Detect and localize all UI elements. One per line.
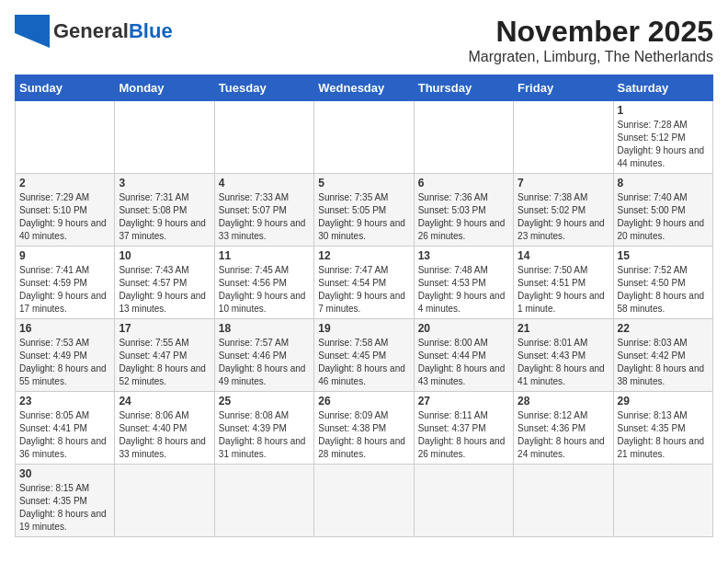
day-number: 4 — [219, 177, 310, 190]
calendar-cell — [514, 465, 613, 537]
day-info: Sunrise: 8:01 AM Sunset: 4:43 PM Dayligh… — [518, 337, 609, 388]
day-number: 29 — [618, 395, 709, 408]
day-info: Sunrise: 7:45 AM Sunset: 4:56 PM Dayligh… — [219, 264, 310, 316]
day-number: 17 — [119, 322, 210, 335]
day-info: Sunrise: 7:31 AM Sunset: 5:08 PM Dayligh… — [119, 191, 210, 243]
day-info: Sunrise: 8:12 AM Sunset: 4:36 PM Dayligh… — [518, 409, 609, 461]
day-info: Sunrise: 7:57 AM Sunset: 4:46 PM Dayligh… — [219, 337, 310, 388]
day-info: Sunrise: 7:38 AM Sunset: 5:02 PM Dayligh… — [518, 191, 609, 243]
calendar-cell — [514, 101, 613, 174]
day-info: Sunrise: 8:15 AM Sunset: 4:35 PM Dayligh… — [19, 482, 110, 534]
calendar-cell: 17Sunrise: 7:55 AM Sunset: 4:47 PM Dayli… — [115, 319, 214, 392]
calendar-cell: 21Sunrise: 8:01 AM Sunset: 4:43 PM Dayli… — [514, 319, 613, 392]
logo-text: GeneralBlue — [53, 19, 173, 42]
calendar-cell — [314, 465, 414, 537]
calendar-cell: 19Sunrise: 7:58 AM Sunset: 4:45 PM Dayli… — [314, 319, 414, 392]
logo: GeneralBlue — [15, 15, 173, 48]
day-number: 8 — [618, 177, 709, 190]
weekday-header-row: SundayMondayTuesdayWednesdayThursdayFrid… — [16, 75, 713, 101]
day-number: 26 — [318, 395, 409, 408]
day-number: 27 — [418, 395, 509, 408]
day-info: Sunrise: 7:35 AM Sunset: 5:05 PM Dayligh… — [318, 191, 409, 243]
day-number: 30 — [19, 467, 110, 480]
calendar-cell: 30Sunrise: 8:15 AM Sunset: 4:35 PM Dayli… — [16, 465, 115, 537]
calendar-cell: 16Sunrise: 7:53 AM Sunset: 4:49 PM Dayli… — [16, 319, 115, 392]
calendar-cell: 14Sunrise: 7:50 AM Sunset: 4:51 PM Dayli… — [514, 247, 613, 319]
day-info: Sunrise: 7:55 AM Sunset: 4:47 PM Dayligh… — [119, 337, 210, 388]
calendar-cell — [214, 465, 313, 537]
day-number: 14 — [518, 249, 609, 262]
day-number: 1 — [618, 104, 709, 117]
day-number: 11 — [219, 249, 310, 262]
calendar-cell: 25Sunrise: 8:08 AM Sunset: 4:39 PM Dayli… — [214, 392, 313, 465]
calendar-cell — [613, 465, 712, 537]
day-number: 20 — [418, 322, 509, 335]
calendar-cell: 20Sunrise: 8:00 AM Sunset: 4:44 PM Dayli… — [414, 319, 513, 392]
calendar-cell — [414, 101, 513, 174]
day-info: Sunrise: 7:28 AM Sunset: 5:12 PM Dayligh… — [618, 119, 709, 170]
day-number: 21 — [518, 322, 609, 335]
day-number: 13 — [418, 249, 509, 262]
calendar-cell — [414, 465, 513, 537]
day-number: 3 — [119, 177, 210, 190]
calendar-subtitle: Margraten, Limburg, The Netherlands — [468, 49, 713, 65]
day-info: Sunrise: 7:43 AM Sunset: 4:57 PM Dayligh… — [119, 264, 210, 316]
day-number: 28 — [518, 395, 609, 408]
calendar-cell — [115, 101, 214, 174]
page-header: GeneralBlue November 2025 Margraten, Lim… — [15, 15, 713, 65]
day-number: 23 — [19, 395, 110, 408]
calendar-week-row: 1Sunrise: 7:28 AM Sunset: 5:12 PM Daylig… — [16, 101, 713, 174]
calendar-cell: 10Sunrise: 7:43 AM Sunset: 4:57 PM Dayli… — [115, 247, 214, 319]
calendar-week-row: 2Sunrise: 7:29 AM Sunset: 5:10 PM Daylig… — [16, 174, 713, 247]
svg-rect-0 — [15, 15, 50, 33]
calendar-title: November 2025 — [468, 15, 713, 49]
calendar-cell: 15Sunrise: 7:52 AM Sunset: 4:50 PM Dayli… — [613, 247, 712, 319]
calendar-cell: 13Sunrise: 7:48 AM Sunset: 4:53 PM Dayli… — [414, 247, 513, 319]
day-info: Sunrise: 7:47 AM Sunset: 4:54 PM Dayligh… — [318, 264, 409, 316]
weekday-header-friday: Friday — [514, 75, 613, 101]
weekday-header-saturday: Saturday — [613, 75, 712, 101]
day-info: Sunrise: 8:03 AM Sunset: 4:42 PM Dayligh… — [618, 337, 709, 388]
title-area: November 2025 Margraten, Limburg, The Ne… — [468, 15, 713, 65]
calendar-cell: 2Sunrise: 7:29 AM Sunset: 5:10 PM Daylig… — [16, 174, 115, 247]
calendar-cell: 24Sunrise: 8:06 AM Sunset: 4:40 PM Dayli… — [115, 392, 214, 465]
weekday-header-sunday: Sunday — [16, 75, 115, 101]
calendar-week-row: 30Sunrise: 8:15 AM Sunset: 4:35 PM Dayli… — [16, 465, 713, 537]
day-info: Sunrise: 7:50 AM Sunset: 4:51 PM Dayligh… — [518, 264, 609, 316]
calendar-cell: 7Sunrise: 7:38 AM Sunset: 5:02 PM Daylig… — [514, 174, 613, 247]
day-number: 5 — [318, 177, 409, 190]
calendar-cell: 9Sunrise: 7:41 AM Sunset: 4:59 PM Daylig… — [16, 247, 115, 319]
weekday-header-tuesday: Tuesday — [214, 75, 313, 101]
calendar-week-row: 23Sunrise: 8:05 AM Sunset: 4:41 PM Dayli… — [16, 392, 713, 465]
day-info: Sunrise: 8:13 AM Sunset: 4:35 PM Dayligh… — [618, 409, 709, 461]
calendar-cell: 27Sunrise: 8:11 AM Sunset: 4:37 PM Dayli… — [414, 392, 513, 465]
day-number: 25 — [219, 395, 310, 408]
calendar-cell: 6Sunrise: 7:36 AM Sunset: 5:03 PM Daylig… — [414, 174, 513, 247]
day-number: 9 — [19, 249, 110, 262]
day-info: Sunrise: 7:53 AM Sunset: 4:49 PM Dayligh… — [19, 337, 110, 388]
day-number: 19 — [318, 322, 409, 335]
weekday-header-monday: Monday — [115, 75, 214, 101]
calendar-table: SundayMondayTuesdayWednesdayThursdayFrid… — [15, 75, 713, 537]
day-info: Sunrise: 8:00 AM Sunset: 4:44 PM Dayligh… — [418, 337, 509, 388]
day-number: 15 — [618, 249, 709, 262]
day-number: 24 — [119, 395, 210, 408]
day-number: 22 — [618, 322, 709, 335]
calendar-cell: 11Sunrise: 7:45 AM Sunset: 4:56 PM Dayli… — [214, 247, 313, 319]
day-info: Sunrise: 8:11 AM Sunset: 4:37 PM Dayligh… — [418, 409, 509, 461]
day-number: 7 — [518, 177, 609, 190]
day-number: 18 — [219, 322, 310, 335]
day-info: Sunrise: 7:29 AM Sunset: 5:10 PM Dayligh… — [19, 191, 110, 243]
day-info: Sunrise: 7:41 AM Sunset: 4:59 PM Dayligh… — [19, 264, 110, 316]
day-info: Sunrise: 8:05 AM Sunset: 4:41 PM Dayligh… — [19, 409, 110, 461]
calendar-cell: 28Sunrise: 8:12 AM Sunset: 4:36 PM Dayli… — [514, 392, 613, 465]
day-info: Sunrise: 7:33 AM Sunset: 5:07 PM Dayligh… — [219, 191, 310, 243]
calendar-cell — [16, 101, 115, 174]
calendar-cell: 18Sunrise: 7:57 AM Sunset: 4:46 PM Dayli… — [214, 319, 313, 392]
calendar-cell — [115, 465, 214, 537]
calendar-cell: 5Sunrise: 7:35 AM Sunset: 5:05 PM Daylig… — [314, 174, 414, 247]
day-info: Sunrise: 7:36 AM Sunset: 5:03 PM Dayligh… — [418, 191, 509, 243]
day-info: Sunrise: 7:52 AM Sunset: 4:50 PM Dayligh… — [618, 264, 709, 316]
day-info: Sunrise: 8:06 AM Sunset: 4:40 PM Dayligh… — [119, 409, 210, 461]
calendar-cell: 23Sunrise: 8:05 AM Sunset: 4:41 PM Dayli… — [16, 392, 115, 465]
